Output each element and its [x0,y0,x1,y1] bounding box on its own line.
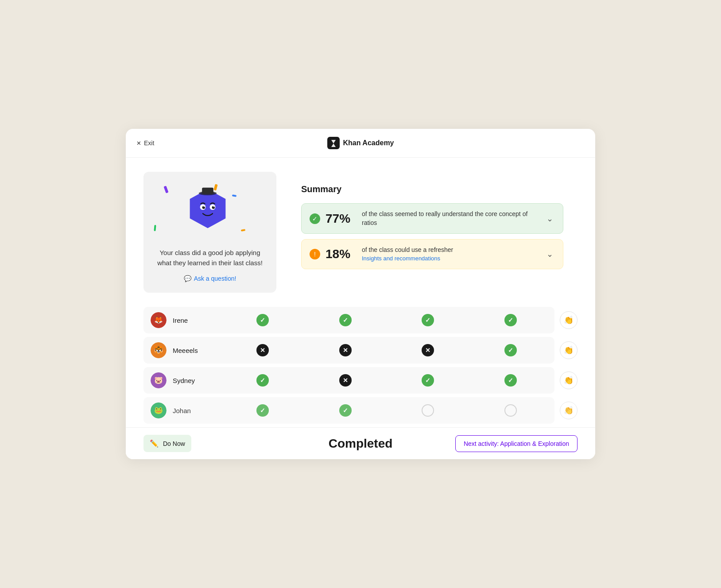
check-icons-johan: ✓ ✓ [226,404,547,417]
students-section: 🦊 Irene ✓ ✓ ✓ ✓ 👏 🐯 [126,307,595,424]
avatar-meeeels: 🐯 [151,342,167,358]
stat-desc-green: of the class seemed to really understand… [362,210,539,227]
do-now-label: Do Now [163,440,185,447]
status-check: ✓ [504,374,517,387]
student-row-johan: 🐸 Johan ✓ ✓ 👏 [143,397,578,424]
mascot-message: Your class did a good job applying what … [154,248,266,268]
completed-text: Completed [329,437,393,451]
student-name-irene: Irene [173,317,226,324]
student-inner-irene: 🦊 Irene ✓ ✓ ✓ ✓ [143,307,554,333]
header: ✕ Exit Khan Academy [126,129,595,158]
check-icons-meeeels: ✕ ✕ ✕ ✓ [226,344,547,356]
status-check: ✓ [339,314,352,326]
student-inner-meeeels: 🐯 Meeeels ✕ ✕ ✕ ✓ [143,337,554,364]
student-row-meeeels: 🐯 Meeeels ✕ ✕ ✕ ✓ 👏 [143,337,578,364]
avatar-sydney: 🐷 [151,372,167,388]
status-check: ✓ [422,314,434,326]
stat-row-green: ✓ 77% of the class seemed to really unde… [301,203,563,234]
bottom-bar: ✏️ Do Now Completed Next activity: Appli… [126,427,595,459]
status-empty [422,404,434,417]
status-check: ✓ [256,404,269,417]
stat-check-icon: ✓ [310,213,320,224]
clap-button-irene[interactable]: 👏 [560,311,578,329]
status-check: ✓ [339,404,352,417]
top-section: Your class did a good job applying what … [143,172,578,293]
svg-point-9 [213,206,214,207]
next-activity-button[interactable]: Next activity: Application & Exploration [455,435,578,452]
student-name-meeeels: Meeeels [173,347,226,354]
svg-text:🦊: 🦊 [154,316,163,324]
summary-title: Summary [301,184,563,194]
expand-yellow-button[interactable]: ⌄ [545,248,555,261]
insights-link[interactable]: Insights and recommendations [362,255,539,263]
status-check: ✓ [504,344,517,356]
logo-text: Khan Academy [343,139,394,147]
ask-question-link[interactable]: 💬 Ask a question! [184,275,236,282]
status-check: ✓ [256,314,269,326]
status-check: ✓ [256,374,269,387]
stat-info-icon: ! [310,249,320,259]
student-inner-sydney: 🐷 Sydney ✓ ✕ ✓ ✓ [143,367,554,394]
status-check: ✓ [422,374,434,387]
clap-button-johan[interactable]: 👏 [560,402,578,419]
status-empty [504,404,517,417]
svg-point-8 [204,206,205,207]
svg-text:🐸: 🐸 [154,406,163,414]
avatar-johan: 🐸 [151,402,167,418]
mascot-card: Your class did a good job applying what … [143,172,276,293]
do-now-badge: ✏️ Do Now [143,435,191,452]
svg-text:🐷: 🐷 [154,376,163,384]
student-name-sydney: Sydney [173,377,226,384]
svg-text:🐯: 🐯 [154,346,163,354]
chat-icon: 💬 [184,275,191,282]
check-icons-irene: ✓ ✓ ✓ ✓ [226,314,547,326]
status-cross: ✕ [256,344,269,356]
status-cross: ✕ [422,344,434,356]
mascot-illustration [183,186,236,239]
status-cross: ✕ [339,374,352,387]
main-modal: ✕ Exit Khan Academy [126,129,595,459]
stat-row-yellow: ! 18% of the class could use a refresher… [301,239,563,269]
status-cross: ✕ [339,344,352,356]
logo-icon [327,137,340,149]
exit-label: Exit [144,139,154,147]
stat-desc-yellow: of the class could use a refresher Insig… [362,246,539,263]
avatar-irene: 🦊 [151,312,167,328]
stat-percent-green: 77% [326,212,357,226]
pencil-icon: ✏️ [150,439,159,448]
logo: Khan Academy [327,137,394,149]
content-area: Your class did a good job applying what … [126,158,595,293]
check-icons-sydney: ✓ ✕ ✓ ✓ [226,374,547,387]
ask-link-text: Ask a question! [194,275,236,282]
student-row-irene: 🦊 Irene ✓ ✓ ✓ ✓ 👏 [143,307,578,333]
student-row-sydney: 🐷 Sydney ✓ ✕ ✓ ✓ 👏 [143,367,578,394]
stat-percent-yellow: 18% [326,247,357,261]
student-name-johan: Johan [173,407,226,414]
close-icon: ✕ [136,140,141,147]
expand-green-button[interactable]: ⌄ [545,212,555,225]
status-check: ✓ [504,314,517,326]
clap-button-meeeels[interactable]: 👏 [560,341,578,359]
summary-card: Summary ✓ 77% of the class seemed to rea… [287,172,578,293]
clap-button-sydney[interactable]: 👏 [560,371,578,389]
svg-rect-3 [202,188,213,194]
exit-button[interactable]: ✕ Exit [136,139,154,147]
student-inner-johan: 🐸 Johan ✓ ✓ [143,397,554,424]
